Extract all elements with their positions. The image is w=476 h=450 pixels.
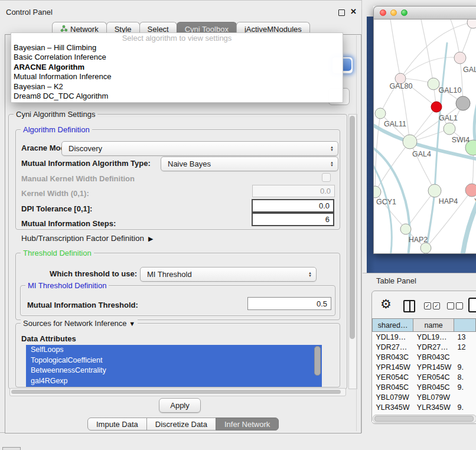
kernel-width-field[interactable]: 0.0: [252, 185, 335, 197]
table-cell[interactable]: YBL079W: [413, 392, 454, 402]
deselect-all-checkbox-icon[interactable]: [456, 302, 463, 309]
mi-threshold-field[interactable]: 0.5: [247, 297, 331, 310]
settings-horizontal-scrollbar[interactable]: [9, 388, 346, 396]
algorithm-option[interactable]: Bayesian – Hill Climbing: [11, 43, 343, 53]
network-node[interactable]: [431, 102, 442, 112]
table-cell[interactable]: 12: [454, 342, 476, 352]
network-node[interactable]: [420, 243, 431, 253]
document-icon[interactable]: [468, 298, 476, 312]
table-cell[interactable]: YPR145W: [373, 362, 413, 372]
table-cell[interactable]: YLR345W: [413, 402, 454, 412]
column-header[interactable]: shared…: [373, 319, 413, 332]
data-attribute-item[interactable]: SelfLoops: [26, 345, 322, 356]
table-cell[interactable]: YDL19…: [413, 332, 454, 343]
network-node-y[interactable]: [465, 184, 476, 197]
table-cell[interactable]: YDL19…: [373, 332, 413, 343]
list-scrollbar[interactable]: [314, 346, 321, 376]
table-cell[interactable]: YPR145W: [413, 362, 454, 372]
scrollbar-thumb[interactable]: [350, 116, 355, 339]
table-cell[interactable]: 9.: [454, 362, 476, 372]
kernel-width-label: Kernel Width (0,1):: [21, 189, 89, 198]
table-panel-title: Table Panel: [376, 276, 416, 285]
table-cell[interactable]: YBR045C: [413, 382, 454, 392]
network-canvas[interactable]: GALGAL80GAL10GAL1GAL11GAL4SWI4GCY1HAP4YH…: [373, 19, 476, 254]
table-cell[interactable]: YBR043C: [373, 352, 413, 362]
node-label: HAP2: [409, 236, 428, 244]
network-node-gal[interactable]: [454, 52, 466, 64]
deselect-all-checkbox-icon[interactable]: [447, 302, 454, 309]
panel-divider: [356, 35, 357, 431]
table-row[interactable]: YDR27…YDR27…12: [373, 342, 476, 352]
table-cell[interactable]: YBR043C: [413, 352, 454, 362]
mi-steps-field[interactable]: 6: [252, 213, 334, 226]
network-node-hap4[interactable]: [428, 184, 441, 197]
table-cell[interactable]: YDR27…: [413, 342, 454, 352]
data-attribute-item[interactable]: TopologicalCoefficient: [26, 356, 322, 366]
tab-impute-data[interactable]: Impute Data: [87, 418, 147, 431]
table-cell[interactable]: 8.: [454, 372, 476, 382]
network-node-gal4[interactable]: [403, 135, 417, 149]
algorithm-option-selected[interactable]: ARACNE Algorithm: [11, 63, 343, 72]
hub-definition-toggle[interactable]: Hub/Transcription Factor Definition ▶: [21, 234, 153, 243]
table-cell[interactable]: YBL079W: [373, 392, 413, 402]
table-row[interactable]: YLR345WYLR345W9.: [373, 402, 476, 412]
network-node-gal10[interactable]: [428, 78, 439, 90]
manual-kernel-checkbox[interactable]: [322, 173, 331, 182]
column-header[interactable]: [454, 319, 476, 332]
table-cell[interactable]: 13: [454, 332, 476, 343]
mi-algorithm-type-combobox[interactable]: Naive Bayes ▲▼: [161, 156, 338, 171]
algorithm-option[interactable]: Mutual Information Inference: [11, 72, 343, 81]
network-node-hap2[interactable]: [400, 224, 411, 234]
gear-icon[interactable]: ⚙: [380, 298, 392, 311]
network-node-gal1[interactable]: [444, 123, 455, 135]
table-cell[interactable]: [454, 352, 476, 362]
collapsed-panel-button[interactable]: [2, 447, 21, 450]
scrollbar-thumb[interactable]: [374, 416, 474, 422]
data-attribute-item[interactable]: gal4RGexp: [26, 376, 322, 387]
table-row[interactable]: YER054CYER054C8.: [373, 372, 476, 382]
mi-steps-label: Mutual Information Steps:: [21, 219, 116, 228]
algorithm-option[interactable]: Bayesian – K2: [11, 82, 343, 92]
table-cell[interactable]: 9.: [454, 402, 476, 412]
table-cell[interactable]: 9.: [454, 382, 476, 392]
network-node[interactable]: [467, 19, 476, 28]
table-row[interactable]: YBL079WYBL079W: [373, 392, 476, 402]
close-icon[interactable]: ✕: [350, 7, 357, 16]
table-row[interactable]: YBR045CYBR045C9.: [373, 382, 476, 392]
select-all-checkbox-icon[interactable]: ✓: [433, 302, 440, 309]
apply-button[interactable]: Apply: [159, 398, 201, 413]
network-window-titlebar[interactable]: [373, 6, 476, 19]
columns-icon[interactable]: [403, 300, 415, 312]
table-row[interactable]: YPR145WYPR145W9.: [373, 362, 476, 372]
table-row[interactable]: YDL19…YDL19…13: [373, 332, 476, 343]
table-horizontal-scrollbar[interactable]: [373, 415, 476, 423]
tab-infer-network[interactable]: Infer Network: [216, 418, 279, 431]
scrollbar-thumb[interactable]: [11, 390, 341, 394]
network-node-gcy1[interactable]: [374, 186, 381, 198]
data-attribute-item[interactable]: BetweennessCentrality: [26, 366, 322, 376]
float-window-icon[interactable]: [338, 9, 345, 16]
sources-toggle[interactable]: Sources for Network Inference ▼: [21, 319, 138, 328]
zoom-window-icon[interactable]: [401, 9, 407, 16]
select-all-checkbox-icon[interactable]: ✓: [424, 302, 431, 309]
node-attribute-table: shared…name YDL19…YDL19…13YDR27…YDR27…12…: [372, 318, 476, 422]
algorithm-option[interactable]: Basic Correlation Inference: [11, 53, 343, 62]
tab-discretize-data[interactable]: Discretize Data: [146, 418, 216, 431]
table-cell[interactable]: YER054C: [373, 372, 413, 382]
network-node[interactable]: [456, 96, 470, 110]
table-cell[interactable]: YER054C: [413, 372, 454, 382]
column-header[interactable]: name: [413, 319, 454, 332]
table-cell[interactable]: YDR27…: [373, 342, 413, 352]
minimize-window-icon[interactable]: [390, 9, 397, 16]
table-row[interactable]: YBR043CYBR043C: [373, 352, 476, 362]
network-node-gal11[interactable]: [375, 108, 386, 119]
close-window-icon[interactable]: [380, 9, 386, 16]
dpi-tolerance-field[interactable]: 0.0: [252, 199, 334, 213]
which-threshold-label: Which threshold to use:: [50, 269, 137, 278]
which-threshold-combobox[interactable]: MI Threshold ▲▼: [140, 267, 317, 282]
table-cell[interactable]: [454, 392, 476, 402]
algorithm-option[interactable]: Dream8 DC_TDC Algorithm: [11, 92, 343, 101]
aracne-mode-combobox[interactable]: Discovery ▲▼: [61, 141, 338, 156]
table-cell[interactable]: YBR045C: [373, 382, 413, 392]
table-cell[interactable]: YLR345W: [373, 402, 413, 412]
